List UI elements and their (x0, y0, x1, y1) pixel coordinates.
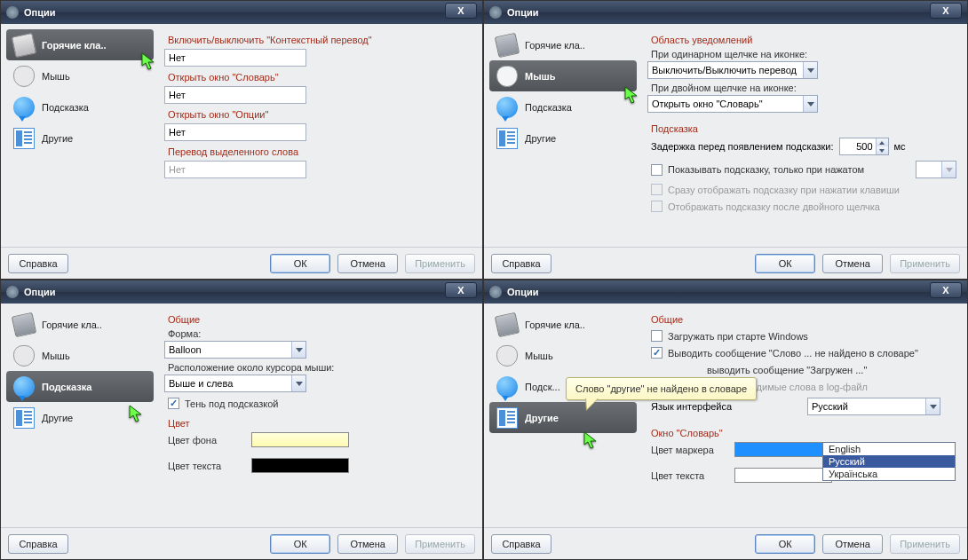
cancel-button[interactable]: Отмена (337, 254, 398, 273)
section-open-dict: Открыть окно "Словарь" (168, 72, 472, 83)
chevron-down-icon[interactable] (803, 96, 817, 112)
sidebar-item-tooltip[interactable]: Подсказка (489, 91, 637, 122)
lang-option-en[interactable]: English (823, 443, 955, 455)
sidebar-item-other[interactable]: Другие (6, 402, 154, 433)
spin-down-icon[interactable] (877, 146, 888, 154)
checkbox-box[interactable] (651, 330, 663, 342)
cancel-button[interactable]: Отмена (337, 534, 398, 554)
checkbox-notfound-msg[interactable]: Выводить сообщение "Слово ... не найдено… (651, 347, 956, 359)
apply-button: Применить (890, 534, 960, 554)
combo-single-click[interactable]: Выключить/Выключить перевод (647, 61, 818, 79)
section-open-options: Открыть окно "Опции" (168, 109, 472, 120)
chevron-down-icon[interactable] (291, 375, 305, 391)
sidebar-item-mouse[interactable]: Мышь (489, 340, 637, 371)
sidebar-item-mouse[interactable]: Мышь (6, 60, 154, 91)
cancel-button[interactable]: Отмена (822, 534, 883, 554)
sidebar-item-other[interactable]: Другие (6, 122, 154, 154)
bubble-icon (13, 376, 35, 398)
chevron-down-icon[interactable] (925, 398, 940, 414)
section-tooltip: Подсказка (651, 123, 956, 134)
ok-button[interactable]: ОК (270, 254, 330, 273)
book-icon (12, 32, 36, 57)
hotkey-context-input[interactable]: Нет (164, 49, 306, 67)
sidebar-item-other[interactable]: Другие (489, 122, 637, 154)
section-toggle-context: Включить/выключить "Контекстный перевод" (168, 35, 472, 45)
label-marker-color: Цвет маркера (651, 445, 729, 455)
sidebar-item-tooltip[interactable]: Подсказка (6, 371, 154, 402)
sidebar-item-mouse[interactable]: Мышь (489, 60, 637, 91)
sidebar-item-hotkeys[interactable]: Горячие кла.. (489, 29, 637, 60)
hotkey-dict-input[interactable]: Нет (164, 86, 306, 104)
sidebar-item-mouse[interactable]: Мышь (6, 340, 154, 371)
text-color-swatch[interactable] (734, 468, 832, 483)
cancel-button[interactable]: Отмена (822, 254, 883, 273)
window-tooltip: Опции X Горячие кла.. Мышь Подсказка Дру… (0, 280, 483, 560)
sidebar-item-hotkeys[interactable]: Горячие кла.. (6, 309, 154, 340)
mouse-icon (13, 345, 35, 367)
titlebar[interactable]: Опции X (484, 1, 967, 24)
sidebar-item-tooltip[interactable]: Подсказка (6, 91, 154, 122)
close-button[interactable]: X (445, 282, 477, 298)
window-mouse: Опции X Горячие кла.. Мышь Подсказка Дру… (483, 0, 968, 280)
section-color: Цвет (168, 418, 472, 429)
combo-shape[interactable]: Balloon (164, 341, 306, 359)
spinner-delay[interactable] (839, 138, 889, 155)
bubble-icon (496, 376, 518, 398)
checkbox-box[interactable] (168, 398, 179, 409)
bgcolor-swatch[interactable] (251, 432, 349, 447)
chevron-down-icon[interactable] (803, 62, 817, 78)
label-single-click: При одинарном щелчке на иконке: (651, 49, 956, 59)
help-button[interactable]: Справка (491, 254, 551, 273)
spinner-input[interactable] (840, 141, 876, 152)
sidebar: Горячие кла.. Мышь Подск... Другие (484, 304, 642, 527)
ok-button[interactable]: ОК (755, 254, 815, 273)
combo-modifier (916, 161, 956, 178)
textcolor-swatch[interactable] (251, 458, 349, 473)
apply-button: Применить (890, 254, 960, 273)
ok-button[interactable]: ОК (755, 534, 815, 554)
checkbox-box (651, 201, 663, 212)
section-general: Общие (651, 314, 956, 325)
language-dropdown[interactable]: English Русский Українська (822, 442, 956, 481)
label-bgcolor: Цвет фона (168, 435, 246, 446)
hotkey-translate-input: Нет (164, 161, 306, 178)
checkbox-box[interactable] (651, 164, 663, 176)
content-pane: Общие Загружать при старте Windows Вывод… (642, 304, 967, 527)
close-button[interactable]: X (930, 282, 962, 298)
close-button[interactable]: X (445, 3, 477, 19)
app-icon (489, 286, 502, 298)
checkbox-loaded-msg[interactable]: выводить сообщение "Загружен ..." (690, 364, 956, 375)
hotkey-options-input[interactable]: Нет (164, 123, 306, 141)
help-button[interactable]: Справка (8, 534, 68, 554)
titlebar[interactable]: Опции X (1, 1, 482, 24)
help-button[interactable]: Справка (491, 534, 551, 554)
marker-color-swatch[interactable] (734, 442, 832, 457)
sidebar-item-hotkeys[interactable]: Горячие кла.. (489, 309, 637, 340)
titlebar[interactable]: Опции X (1, 280, 482, 304)
combo-double-click[interactable]: Открыть окно "Словарь" (647, 95, 818, 113)
lang-option-ru[interactable]: Русский (823, 455, 955, 468)
tooltip-balloon: Слово "другие" не найдено в словаре (566, 377, 757, 400)
window-other: Опции X Горячие кла.. Мышь Подск... Друг… (483, 280, 968, 560)
window-title: Опции (507, 287, 539, 297)
help-button[interactable]: Справка (8, 254, 68, 273)
book-icon (12, 312, 36, 336)
titlebar[interactable]: Опции X (484, 280, 967, 304)
ok-button[interactable]: ОК (270, 534, 330, 554)
checkbox-startup[interactable]: Загружать при старте Windows (651, 330, 956, 342)
sidebar-item-other[interactable]: Другие (489, 402, 637, 433)
combo-language[interactable]: Русский (807, 398, 940, 415)
combo-position[interactable]: Выше и слева (164, 375, 306, 392)
label-double-click: При двойном щелчке на иконке: (651, 83, 956, 93)
chevron-down-icon[interactable] (291, 342, 305, 358)
checkbox-show-on-press[interactable]: Показывать подсказку, только при нажатом (651, 161, 956, 178)
close-button[interactable]: X (930, 3, 962, 19)
chevron-down-icon (941, 162, 956, 177)
checkbox-shadow[interactable]: Тень под подсказкой (168, 398, 472, 409)
lang-option-ua[interactable]: Українська (823, 468, 955, 480)
spin-up-icon[interactable] (877, 138, 888, 146)
sidebar-item-hotkeys[interactable]: Горячие кла.. (6, 29, 154, 60)
footer: Справка ОК Отмена Применить (1, 527, 482, 559)
content-pane: Область уведомлений При одинарном щелчке… (642, 24, 967, 247)
checkbox-box[interactable] (651, 347, 663, 359)
